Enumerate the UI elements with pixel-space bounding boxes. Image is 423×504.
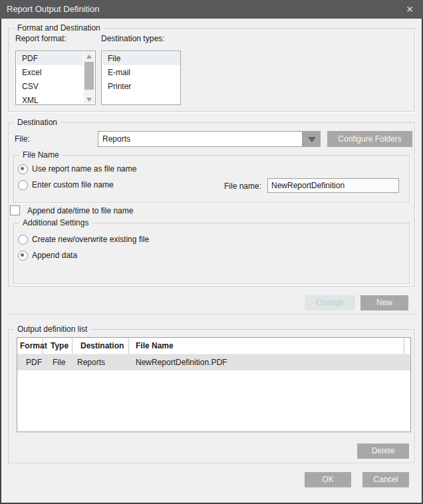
list-item-email[interactable]: E-mail	[102, 66, 180, 79]
row-file-name-value: NewReportDefinition.PDF	[129, 354, 404, 370]
report-output-definition-dialog: Report Output Definition ✕ Format and De…	[0, 0, 423, 504]
radio-use-report-name-label: Use report name as file name	[32, 164, 136, 174]
combobox-dropdown-icon[interactable]	[303, 131, 321, 147]
radio-use-report-name[interactable]	[18, 164, 28, 174]
close-icon[interactable]: ✕	[402, 3, 417, 16]
cancel-button[interactable]: Cancel	[362, 472, 409, 487]
radio-enter-custom-name[interactable]	[18, 180, 28, 190]
list-item-file[interactable]: File	[102, 52, 180, 65]
format-destination-group-label: Format and Destination	[14, 23, 104, 33]
delete-button[interactable]: Delete	[357, 443, 409, 459]
list-item-csv[interactable]: CSV	[17, 80, 83, 93]
new-button[interactable]: New	[360, 295, 408, 311]
additional-settings-group-label: Additional Settings	[19, 218, 92, 227]
scrollbar-thumb[interactable]	[84, 62, 94, 90]
column-header-type: Type	[43, 338, 72, 354]
ok-button[interactable]: OK	[305, 472, 351, 487]
row-destination-value: Reports	[72, 354, 129, 370]
append-datetime-label: Append date/time to file name	[27, 206, 133, 215]
file-label: File:	[15, 134, 30, 144]
report-format-label: Report format:	[15, 34, 67, 43]
output-definition-table: Format Type Destination File Name PDF Fi…	[17, 337, 411, 432]
scroll-up-icon[interactable]	[84, 52, 94, 61]
append-datetime-checkbox[interactable]	[10, 205, 20, 215]
row-type-value: File	[43, 354, 72, 370]
radio-create-new-overwrite-label: Create new/overwrite existing file	[32, 235, 149, 244]
section-divider	[7, 314, 416, 315]
destination-group-label: Destination	[14, 118, 61, 127]
destination-types-listbox: File E-mail Printer	[101, 51, 181, 105]
title-bar: Report Output Definition ✕	[0, 0, 423, 19]
output-definition-list-group-label: Output definition list	[14, 324, 90, 334]
destination-folder-combobox[interactable]: Reports	[98, 131, 303, 147]
radio-append-data[interactable]	[18, 251, 28, 261]
report-format-scrollbar	[84, 52, 94, 104]
list-item-xml[interactable]: XML	[17, 94, 83, 107]
scroll-down-icon[interactable]	[84, 94, 94, 104]
destination-types-label: Destination types:	[101, 34, 164, 43]
file-name-group-label: File Name	[19, 150, 63, 160]
column-header-file-name: File Name	[129, 338, 404, 354]
table-row[interactable]: PDF File Reports NewReportDefinition.PDF	[17, 354, 410, 370]
list-item-pdf[interactable]: PDF	[17, 52, 83, 65]
column-header-format: Format	[17, 338, 43, 354]
radio-create-new-overwrite[interactable]	[18, 235, 28, 245]
change-button[interactable]: Change	[305, 295, 355, 311]
window-title: Report Output Definition	[7, 0, 99, 19]
list-item-printer[interactable]: Printer	[102, 80, 180, 93]
row-format-value: PDF	[17, 354, 43, 370]
radio-append-data-label: Append data	[32, 251, 77, 260]
table-header-row: Format Type Destination File Name	[17, 338, 410, 354]
file-name-input[interactable]	[267, 178, 399, 193]
file-name-field-label: File name:	[224, 182, 261, 191]
configure-folders-button[interactable]: Configure Folders	[327, 131, 412, 147]
report-format-listbox: PDF Excel CSV XML	[15, 51, 96, 105]
list-item-excel[interactable]: Excel	[17, 66, 83, 79]
column-header-destination: Destination	[72, 338, 129, 354]
radio-enter-custom-name-label: Enter custom file name	[32, 180, 114, 189]
